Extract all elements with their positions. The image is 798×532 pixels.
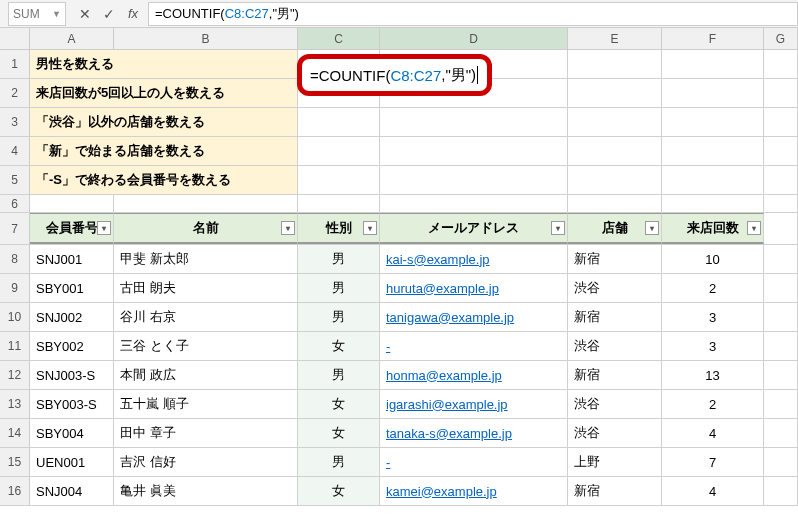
cell[interactable] (764, 195, 798, 212)
cell-visits[interactable]: 4 (662, 477, 764, 505)
cell[interactable] (380, 166, 568, 194)
cell-id[interactable]: SNJ004 (30, 477, 114, 505)
row-header[interactable]: 5 (0, 166, 30, 194)
cell-name[interactable]: 亀井 眞美 (114, 477, 298, 505)
cell-name[interactable]: 吉沢 信好 (114, 448, 298, 476)
cell[interactable] (764, 477, 798, 505)
cell-mail[interactable]: tanigawa@example.jp (380, 303, 568, 331)
cell[interactable] (568, 108, 662, 136)
col-header-f[interactable]: F (662, 28, 764, 49)
cell-mail[interactable]: honma@example.jp (380, 361, 568, 389)
filter-button[interactable]: ▾ (97, 221, 111, 235)
mail-link[interactable]: tanigawa@example.jp (386, 310, 514, 325)
cell[interactable] (764, 390, 798, 418)
cell[interactable] (764, 166, 798, 194)
cell[interactable] (764, 213, 798, 244)
cell-sex[interactable]: 男 (298, 245, 380, 273)
mail-link[interactable]: - (386, 339, 390, 354)
cell-mail[interactable]: kamei@example.jp (380, 477, 568, 505)
cell[interactable] (662, 50, 764, 78)
cell-sex[interactable]: 男 (298, 361, 380, 389)
cell[interactable] (662, 137, 764, 165)
cell-name[interactable]: 本間 政広 (114, 361, 298, 389)
cell-name[interactable]: 田中 章子 (114, 419, 298, 447)
cell-sex[interactable]: 男 (298, 448, 380, 476)
cell-id[interactable]: UEN001 (30, 448, 114, 476)
cell-visits[interactable]: 7 (662, 448, 764, 476)
cell-store[interactable]: 上野 (568, 448, 662, 476)
cell[interactable] (380, 108, 568, 136)
cell-name[interactable]: 谷川 右京 (114, 303, 298, 331)
cell-visits[interactable]: 2 (662, 390, 764, 418)
cell-mail[interactable]: tanaka-s@example.jp (380, 419, 568, 447)
filter-button[interactable]: ▾ (645, 221, 659, 235)
row-header[interactable]: 2 (0, 79, 30, 107)
fx-icon[interactable]: fx (124, 6, 142, 21)
formula-input[interactable]: =COUNTIF(C8:C27,"男") (148, 2, 798, 26)
cell[interactable] (662, 79, 764, 107)
row-header[interactable]: 9 (0, 274, 30, 302)
cell[interactable] (764, 448, 798, 476)
col-header-d[interactable]: D (380, 28, 568, 49)
col-header-a[interactable]: A (30, 28, 114, 49)
cell-mail[interactable]: kai-s@example.jp (380, 245, 568, 273)
cell-mail[interactable]: igarashi@example.jp (380, 390, 568, 418)
cell[interactable] (298, 137, 380, 165)
row-header[interactable]: 4 (0, 137, 30, 165)
cell-name[interactable]: 甲斐 新太郎 (114, 245, 298, 273)
col-header-g[interactable]: G (764, 28, 798, 49)
cell[interactable] (380, 195, 568, 212)
cell[interactable] (764, 79, 798, 107)
cell-visits[interactable]: 2 (662, 274, 764, 302)
cell-store[interactable]: 新宿 (568, 361, 662, 389)
table-header[interactable]: メールアドレス▾ (380, 213, 568, 244)
cell-store[interactable]: 新宿 (568, 477, 662, 505)
cell-edit-overlay[interactable]: =COUNTIF(C8:C27,"男") (297, 54, 492, 96)
table-header[interactable]: 名前▾ (114, 213, 298, 244)
filter-button[interactable]: ▾ (363, 221, 377, 235)
cell[interactable] (298, 108, 380, 136)
cell[interactable] (764, 361, 798, 389)
cell[interactable] (764, 108, 798, 136)
table-header[interactable]: 来店回数▾ (662, 213, 764, 244)
cell[interactable] (764, 245, 798, 273)
label-cell[interactable]: 来店回数が5回以上の人を数える (30, 79, 298, 107)
row-header[interactable]: 11 (0, 332, 30, 360)
label-cell[interactable]: 「新」で始まる店舗を数える (30, 137, 298, 165)
row-header[interactable]: 7 (0, 213, 30, 244)
cell-id[interactable]: SNJ002 (30, 303, 114, 331)
cell-mail[interactable]: huruta@example.jp (380, 274, 568, 302)
cell-visits[interactable]: 3 (662, 303, 764, 331)
cell-sex[interactable]: 男 (298, 303, 380, 331)
mail-link[interactable]: - (386, 455, 390, 470)
cell[interactable] (30, 195, 114, 212)
cell-visits[interactable]: 4 (662, 419, 764, 447)
cell[interactable] (764, 137, 798, 165)
col-header-b[interactable]: B (114, 28, 298, 49)
cell[interactable] (568, 166, 662, 194)
cancel-icon[interactable]: ✕ (76, 6, 94, 22)
cell[interactable] (764, 419, 798, 447)
label-cell[interactable]: 「渋谷」以外の店舗を数える (30, 108, 298, 136)
table-header[interactable]: 店舗▾ (568, 213, 662, 244)
cell[interactable] (298, 166, 380, 194)
row-header[interactable]: 16 (0, 477, 30, 505)
cell-sex[interactable]: 女 (298, 332, 380, 360)
cell-visits[interactable]: 3 (662, 332, 764, 360)
row-header[interactable]: 14 (0, 419, 30, 447)
cell[interactable] (568, 195, 662, 212)
cell-mail[interactable]: - (380, 332, 568, 360)
cell-store[interactable]: 渋谷 (568, 390, 662, 418)
mail-link[interactable]: honma@example.jp (386, 368, 502, 383)
cell-sex[interactable]: 女 (298, 419, 380, 447)
cell-id[interactable]: SBY001 (30, 274, 114, 302)
mail-link[interactable]: kai-s@example.jp (386, 252, 490, 267)
filter-button[interactable]: ▾ (551, 221, 565, 235)
sheet-grid[interactable]: =COUNTIF(C8:C27,"男") A B C D E F G 1男性を数… (0, 28, 798, 506)
cell-name[interactable]: 五十嵐 順子 (114, 390, 298, 418)
name-box[interactable]: SUM ▼ (8, 2, 66, 26)
cell[interactable] (764, 274, 798, 302)
cell[interactable] (662, 166, 764, 194)
cell[interactable] (568, 79, 662, 107)
cell[interactable] (114, 195, 298, 212)
